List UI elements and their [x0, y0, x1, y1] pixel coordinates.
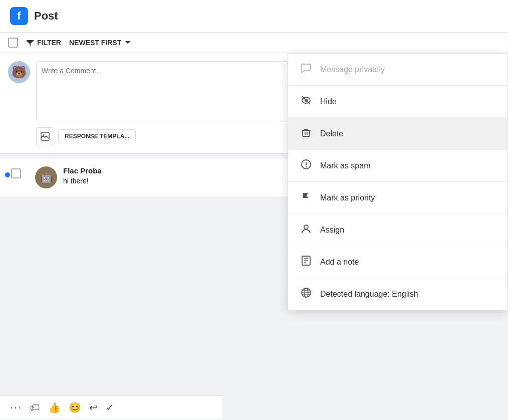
tag-icon[interactable]: 🏷: [30, 402, 40, 413]
assign-icon: [300, 223, 312, 237]
chevron-down-icon: [124, 39, 131, 46]
hide-icon: [300, 95, 312, 108]
delete-icon: [300, 127, 312, 140]
facebook-icon: f: [10, 7, 28, 25]
menu-item-message-privately-label: Message privately: [320, 65, 385, 74]
svg-rect-5: [303, 130, 310, 136]
commenter-avatar-image: 🤖: [35, 166, 57, 188]
more-options-icon[interactable]: ···: [10, 401, 22, 414]
menu-item-hide[interactable]: Hide: [288, 86, 507, 118]
menu-item-mark-as-spam-label: Mark as spam: [320, 161, 370, 170]
menu-item-delete-label: Delete: [320, 129, 343, 138]
menu-item-message-privately[interactable]: Message privately: [288, 54, 507, 86]
menu-item-add-a-note-label: Add a note: [320, 258, 359, 267]
toolbar: FILTER NEWEST FIRST: [0, 33, 508, 53]
like-icon[interactable]: 👍: [48, 401, 61, 413]
avatar-image: 🐻: [8, 61, 30, 83]
image-upload-button[interactable]: [36, 127, 54, 145]
menu-item-detected-language[interactable]: Detected language: English: [288, 278, 507, 310]
sort-button[interactable]: NEWEST FIRST: [69, 39, 131, 47]
menu-item-delete[interactable]: Delete: [288, 118, 507, 150]
spam-icon: [300, 159, 312, 172]
emoji-icon[interactable]: 😊: [69, 401, 81, 413]
image-icon: [41, 132, 50, 141]
menu-item-mark-as-priority[interactable]: Mark as priority: [288, 182, 507, 214]
svg-point-11: [306, 166, 307, 167]
commenter-avatar: 🤖: [35, 166, 57, 188]
main-content: 🐻 RESPONSE TEMPLA... 🤖: [0, 53, 508, 419]
priority-flag-icon: [300, 191, 312, 204]
menu-item-add-a-note[interactable]: Add a note: [288, 246, 507, 278]
bottom-action-bar: ··· 🏷 👍 😊 ↩ ✓: [0, 395, 222, 419]
page-title: Post: [34, 10, 58, 23]
menu-item-mark-as-spam[interactable]: Mark as spam: [288, 150, 507, 182]
message-privately-icon: [300, 63, 312, 76]
note-icon: [300, 255, 312, 269]
response-template-button[interactable]: RESPONSE TEMPLA...: [58, 129, 136, 143]
context-menu: Message privately Hide: [288, 53, 508, 310]
comment-checkbox[interactable]: [11, 168, 21, 178]
language-globe-icon: [300, 287, 312, 301]
check-icon[interactable]: ✓: [106, 401, 114, 413]
menu-item-detected-language-label: Detected language: English: [320, 290, 418, 299]
menu-item-mark-as-priority-label: Mark as priority: [320, 193, 375, 202]
header: f Post: [0, 0, 508, 33]
reply-icon[interactable]: ↩: [89, 401, 98, 413]
menu-item-assign-label: Assign: [320, 226, 344, 235]
filter-button[interactable]: FILTER: [26, 39, 61, 47]
unread-indicator: [5, 172, 10, 177]
menu-item-assign[interactable]: Assign: [288, 214, 507, 246]
menu-item-hide-label: Hide: [320, 97, 337, 106]
select-all-checkbox[interactable]: [8, 38, 18, 48]
svg-point-12: [304, 225, 308, 229]
user-avatar: 🐻: [8, 61, 30, 83]
filter-icon: [26, 39, 34, 47]
